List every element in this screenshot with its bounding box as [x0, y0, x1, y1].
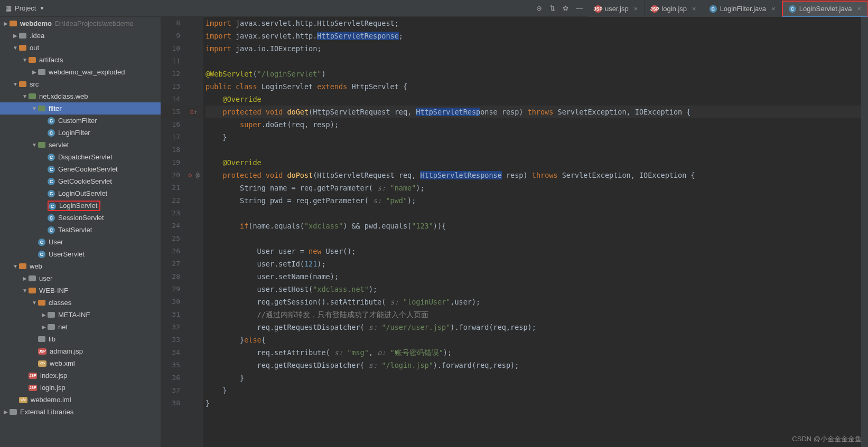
tree-item-LoginFilter[interactable]: CLoginFilter — [0, 127, 161, 139]
tab-label: LoginServlet.java — [799, 5, 852, 13]
expand-icon[interactable]: ▼ — [12, 45, 19, 51]
tab-login-jsp[interactable]: JSPlogin.jsp× — [645, 1, 703, 17]
tree-item-label: user — [39, 274, 52, 282]
tree-item-External-Libraries[interactable]: ▶External Libraries — [0, 406, 161, 418]
expand-icon[interactable]: ▶ — [40, 324, 48, 330]
collapse-icon[interactable]: — — [576, 4, 583, 12]
expand-icon[interactable]: ▼ — [31, 300, 38, 306]
tree-item-WEB-INF[interactable]: ▼WEB-INF — [0, 284, 161, 297]
tab-LoginFilter-java[interactable]: CLoginFilter.java× — [703, 1, 782, 17]
project-tree[interactable]: ▶ webdemo D:\IdeaProjects\webdemo ▶.idea… — [0, 17, 161, 447]
xml-icon: </> — [38, 360, 46, 367]
tree-item-label: web — [30, 262, 42, 270]
tab-LoginServlet-java[interactable]: CLoginServlet.java× — [782, 1, 868, 17]
tree-item-DispatcherServlet[interactable]: CDispatcherServlet — [0, 151, 161, 163]
tree-item-servlet[interactable]: ▼servlet — [0, 139, 161, 151]
tree-item-label: servlet — [49, 141, 69, 149]
close-icon[interactable]: × — [634, 5, 638, 13]
code-area[interactable]: import javax.servlet.http.HttpServletReq… — [203, 17, 861, 447]
close-icon[interactable]: × — [771, 5, 776, 13]
tree-item-lib[interactable]: lib — [0, 333, 161, 345]
tree-item-META-INF[interactable]: ▶META-INF — [0, 309, 161, 321]
folder-o-icon — [19, 81, 26, 87]
tree-item-label: TestServlet — [58, 226, 92, 234]
folder-c-icon — [48, 324, 55, 330]
expand-icon[interactable]: ▼ — [21, 57, 29, 63]
tree-item-label: WEB-INF — [39, 287, 68, 294]
tree-item-label: admain.jsp — [50, 347, 83, 355]
expand-icon[interactable]: ▶ — [2, 21, 10, 26]
tree-item-webdemo-iml[interactable]: </>webdemo.iml — [0, 394, 161, 406]
code-editor[interactable]: 8910111213141516171819202122232425262728… — [161, 17, 868, 447]
tree-item-user[interactable]: ▶user — [0, 272, 161, 284]
tree-item-UserServlet[interactable]: CUserServlet — [0, 248, 161, 260]
tree-item-label: META-INF — [58, 311, 90, 319]
tree-item-TestServlet[interactable]: CTestServlet — [0, 224, 161, 236]
jsp-file-icon: JSP — [594, 5, 602, 13]
tree-item-admain-jsp[interactable]: JSPadmain.jsp — [0, 345, 161, 357]
expand-icon[interactable]: ▶ — [21, 275, 29, 281]
expand-icon[interactable]: ▶ — [31, 69, 38, 75]
sort-icon[interactable]: ⇅ — [549, 4, 555, 12]
tree-item-label: LoginServlet — [59, 202, 97, 210]
tree-item-GeneCookieServlet[interactable]: CGeneCookieServlet — [0, 163, 161, 175]
tree-item-artifacts[interactable]: ▼artifacts — [0, 54, 161, 66]
tree-item-label: index.jsp — [40, 372, 67, 379]
tree-item-GetCookieServlet[interactable]: CGetCookieServlet — [0, 175, 161, 187]
tab-user-jsp[interactable]: JSPuser.jsp× — [588, 1, 645, 17]
tree-item--idea[interactable]: ▶.idea — [0, 30, 161, 42]
expand-icon[interactable]: ▶ — [40, 312, 48, 318]
root-name: webdemo — [20, 20, 52, 27]
tree-item-label: CustomFilter — [58, 117, 97, 125]
cls-icon: C — [48, 117, 55, 125]
folder-c-icon — [19, 33, 26, 39]
tree-item-LoginOutServlet[interactable]: CLoginOutServlet — [0, 187, 161, 199]
tree-item-web-xml[interactable]: </>web.xml — [0, 357, 161, 369]
expand-icon[interactable]: ▼ — [21, 93, 29, 99]
tree-item-label: UserServlet — [49, 250, 85, 258]
target-icon[interactable]: ⊕ — [536, 4, 542, 12]
vertical-scrollbar[interactable] — [861, 17, 868, 447]
expand-icon[interactable]: ▼ — [12, 81, 19, 87]
tree-item-SessionServlet[interactable]: CSessionServlet — [0, 212, 161, 224]
cls-icon: C — [48, 226, 55, 234]
tree-item-index-jsp[interactable]: JSPindex.jsp — [0, 369, 161, 382]
folder-o-icon — [29, 57, 36, 63]
tree-item-login-jsp[interactable]: JSPlogin.jsp — [0, 382, 161, 394]
folder-o-icon — [19, 45, 26, 51]
tree-item-classes[interactable]: ▼classes — [0, 297, 161, 309]
expand-icon[interactable]: ▼ — [31, 106, 38, 111]
project-tool-toggle[interactable]: ▦ Project ▼ — [0, 4, 50, 12]
tree-item-CustomFilter[interactable]: CCustomFilter — [0, 115, 161, 127]
gear-icon[interactable]: ✿ — [563, 4, 568, 12]
tree-item-label: filter — [49, 104, 62, 112]
tree-item-label: External Libraries — [20, 408, 73, 416]
tree-item-net-xdclass-web[interactable]: ▼net.xdclass.web — [0, 90, 161, 102]
gutter-icons: o↑ o @ — [184, 17, 203, 447]
cls-icon: C — [48, 178, 55, 185]
tree-item-web[interactable]: ▼web — [0, 260, 161, 272]
tree-item-net[interactable]: ▶net — [0, 321, 161, 333]
tree-item-label: User — [49, 238, 63, 246]
module-icon — [10, 21, 17, 26]
expand-icon[interactable]: ▼ — [31, 142, 38, 148]
tree-root[interactable]: ▶ webdemo D:\IdeaProjects\webdemo — [0, 17, 161, 30]
folder-c-icon — [48, 312, 55, 318]
tree-item-out[interactable]: ▼out — [0, 42, 161, 54]
close-icon[interactable]: × — [857, 5, 861, 13]
top-toolbar: ▦ Project ▼ ⊕ ⇅ ✿ — JSPuser.jsp×JSPlogin… — [0, 0, 868, 17]
folder-c-icon — [10, 409, 17, 415]
close-icon[interactable]: × — [692, 5, 696, 13]
expand-icon[interactable]: ▼ — [21, 288, 29, 293]
tree-item-LoginServlet[interactable]: CLoginServlet — [0, 199, 161, 212]
tree-item-webdemo_war_exploded[interactable]: ▶webdemo_war_exploded — [0, 66, 161, 78]
expand-icon[interactable]: ▼ — [12, 263, 19, 269]
watermark: CSDN @小金金金金鱼 — [792, 434, 862, 444]
tree-item-filter[interactable]: ▼filter — [0, 102, 161, 115]
tree-item-src[interactable]: ▼src — [0, 78, 161, 90]
jsp-icon: JSP — [29, 385, 37, 391]
expand-icon[interactable]: ▶ — [12, 33, 19, 39]
tree-item-User[interactable]: CUser — [0, 236, 161, 248]
expand-icon[interactable]: ▶ — [2, 409, 10, 415]
folder-o-icon — [38, 300, 45, 306]
